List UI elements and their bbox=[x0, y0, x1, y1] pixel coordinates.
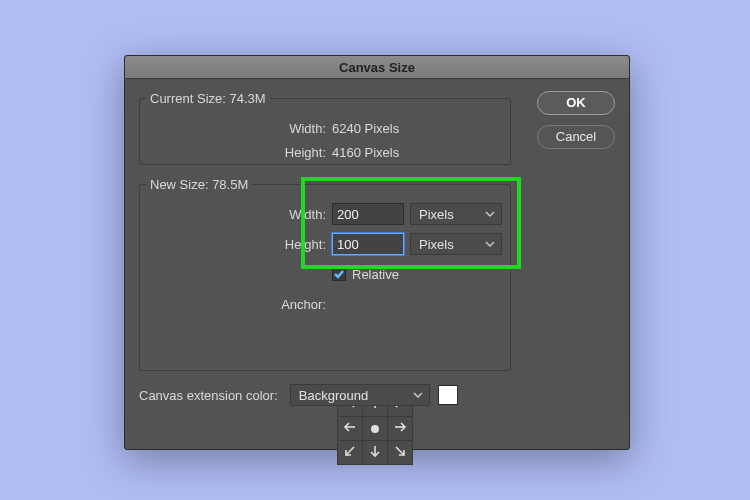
extension-color-swatch[interactable] bbox=[438, 385, 458, 405]
anchor-label: Anchor: bbox=[140, 297, 332, 312]
check-icon bbox=[333, 268, 345, 280]
current-height-value: 4160 Pixels bbox=[332, 145, 399, 160]
arrow-s-icon bbox=[367, 443, 383, 459]
chevron-down-icon bbox=[485, 239, 495, 249]
current-width-value: 6240 Pixels bbox=[332, 121, 399, 136]
svg-line-5 bbox=[346, 447, 354, 455]
relative-label: Relative bbox=[352, 267, 399, 282]
chevron-down-icon bbox=[413, 390, 423, 400]
anchor-s[interactable] bbox=[363, 441, 388, 465]
extension-color-label: Canvas extension color: bbox=[139, 388, 278, 403]
anchor-center[interactable] bbox=[363, 417, 388, 441]
current-height-label: Height: bbox=[140, 145, 332, 160]
anchor-sw[interactable] bbox=[338, 441, 363, 465]
arrow-se-icon bbox=[392, 443, 408, 459]
chevron-down-icon bbox=[485, 209, 495, 219]
extension-color-value: Background bbox=[299, 388, 368, 403]
current-size-legend: Current Size: 74.3M bbox=[146, 91, 270, 106]
current-size-group: Current Size: 74.3M Width: 6240 Pixels H… bbox=[139, 91, 511, 165]
arrow-e-icon bbox=[392, 419, 408, 435]
new-height-unit-value: Pixels bbox=[419, 237, 454, 252]
new-size-legend: New Size: 78.5M bbox=[146, 177, 252, 192]
dot-icon bbox=[371, 425, 379, 433]
dialog-content: OK Cancel Current Size: 74.3M Width: 624… bbox=[125, 79, 629, 449]
anchor-se[interactable] bbox=[388, 441, 413, 465]
relative-checkbox[interactable]: Relative bbox=[332, 267, 399, 282]
new-height-input[interactable] bbox=[332, 233, 404, 255]
new-width-unit-value: Pixels bbox=[419, 207, 454, 222]
svg-line-7 bbox=[396, 447, 404, 455]
anchor-e[interactable] bbox=[388, 417, 413, 441]
ok-button[interactable]: OK bbox=[537, 91, 615, 115]
arrow-w-icon bbox=[342, 419, 358, 435]
new-height-label: Height: bbox=[140, 237, 332, 252]
new-size-group: New Size: 78.5M Width: Pixels Height: Pi… bbox=[139, 177, 511, 371]
extension-color-select[interactable]: Background bbox=[290, 384, 430, 406]
extension-color-row: Canvas extension color: Background bbox=[139, 384, 458, 406]
new-width-input[interactable] bbox=[332, 203, 404, 225]
new-width-unit-select[interactable]: Pixels bbox=[410, 203, 502, 225]
current-width-label: Width: bbox=[140, 121, 332, 136]
cancel-button[interactable]: Cancel bbox=[537, 125, 615, 149]
checkbox-box bbox=[332, 267, 346, 281]
arrow-sw-icon bbox=[342, 443, 358, 459]
dialog-buttons: OK Cancel bbox=[537, 91, 615, 159]
anchor-w[interactable] bbox=[338, 417, 363, 441]
canvas-size-dialog: Canvas Size OK Cancel Current Size: 74.3… bbox=[124, 55, 630, 450]
dialog-title: Canvas Size bbox=[125, 56, 629, 79]
new-width-label: Width: bbox=[140, 207, 332, 222]
new-height-unit-select[interactable]: Pixels bbox=[410, 233, 502, 255]
